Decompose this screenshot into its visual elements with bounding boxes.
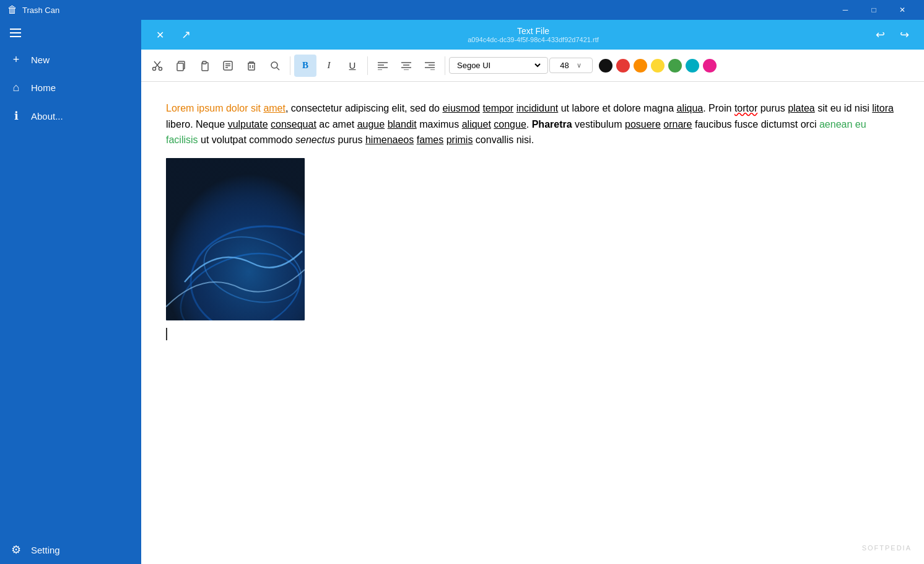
sidebar-item-new[interactable]: + New <box>0 46 141 74</box>
embedded-image <box>166 158 305 320</box>
doc-header-center: Text File a094c4dc-dc39-4f5f-98c4-433df9… <box>468 26 599 43</box>
sidebar-item-home[interactable]: ⌂ Home <box>0 74 141 102</box>
color-red[interactable] <box>616 59 630 73</box>
copy-button[interactable] <box>170 55 192 77</box>
image-svg <box>166 158 305 320</box>
hamburger-icon <box>10 29 21 37</box>
font-family-select[interactable]: Segoe UI Arial Times New Roman Calibri <box>455 60 543 71</box>
formatting-toolbar: B I U <box>141 50 924 82</box>
align-left-icon <box>377 61 388 70</box>
toolbar-separator-2 <box>367 56 368 75</box>
svg-rect-12 <box>248 63 255 70</box>
window-controls: ─ □ ✕ <box>831 0 917 20</box>
sidebar-item-new-label: New <box>31 55 50 65</box>
align-left-button[interactable] <box>372 55 394 77</box>
text-lorem-orange: Lorem ipsum dolor sit amet <box>166 103 285 113</box>
color-black[interactable] <box>599 59 612 73</box>
settings-icon: ⚙ <box>10 543 22 557</box>
svg-point-2 <box>153 67 156 70</box>
sidebar-spacer <box>0 130 141 535</box>
align-center-button[interactable] <box>395 55 417 77</box>
copy-icon <box>175 60 186 71</box>
align-right-icon <box>424 61 435 70</box>
toolbar-separator-3 <box>445 56 445 75</box>
document-header: ✕ ↗ Text File a094c4dc-dc39-4f5f-98c4-43… <box>141 20 924 50</box>
app-icon: 🗑 <box>7 4 17 15</box>
document-filename: a094c4dc-dc39-4f5f-98c4-433df92d7421.rtf <box>468 36 599 43</box>
content-area: ✕ ↗ Text File a094c4dc-dc39-4f5f-98c4-43… <box>141 20 924 564</box>
color-pink[interactable] <box>703 59 717 73</box>
paste-icon <box>199 60 210 71</box>
bold-icon: B <box>302 60 308 71</box>
color-palette <box>599 59 717 73</box>
svg-point-15 <box>271 62 277 68</box>
editor-area[interactable]: Lorem ipsum dolor sit amet, consectetur … <box>141 82 924 564</box>
doc-close-button[interactable]: ✕ <box>151 27 169 43</box>
redo-button[interactable]: ↪ <box>895 25 914 44</box>
svg-rect-7 <box>203 61 206 64</box>
app-title: Trash Can <box>22 6 59 15</box>
italic-icon: I <box>328 60 331 71</box>
editor-paragraph-1: Lorem ipsum dolor sit amet, consectetur … <box>166 100 899 148</box>
editor-content: Lorem ipsum dolor sit amet, consectetur … <box>166 100 899 341</box>
delete-button[interactable] <box>240 55 263 77</box>
undo-button[interactable]: ↩ <box>871 25 890 44</box>
svg-line-16 <box>277 68 279 70</box>
font-size-box[interactable]: ∨ <box>549 58 593 73</box>
doc-header-right: ↩ ↪ <box>871 25 914 44</box>
color-yellow[interactable] <box>651 59 665 73</box>
sidebar-item-about-label: About... <box>31 111 63 121</box>
color-orange[interactable] <box>634 59 647 73</box>
underline-button[interactable]: U <box>341 55 364 77</box>
doc-header-left: ✕ ↗ <box>151 25 196 44</box>
doc-expand-button[interactable]: ↗ <box>177 25 196 44</box>
softpedia-watermark: SOFTPEDIA <box>862 543 912 554</box>
hamburger-menu[interactable] <box>0 20 141 46</box>
special-paste-icon <box>222 60 233 71</box>
italic-button[interactable]: I <box>318 55 340 77</box>
cut-button[interactable] <box>146 55 168 77</box>
maximize-button[interactable]: □ <box>860 0 888 20</box>
close-button[interactable]: ✕ <box>888 0 917 20</box>
sidebar-item-setting[interactable]: ⚙ Setting <box>0 535 141 564</box>
search-icon <box>269 60 281 71</box>
svg-rect-5 <box>177 63 183 71</box>
sidebar-item-about[interactable]: ℹ About... <box>0 102 141 130</box>
special-paste-button[interactable] <box>217 55 239 77</box>
font-size-chevron: ∨ <box>577 61 582 69</box>
image-inner <box>166 158 305 320</box>
sidebar: + New ⌂ Home ℹ About... ⚙ Setting <box>0 20 141 564</box>
find-button[interactable] <box>264 55 286 77</box>
info-icon: ℹ <box>10 109 22 123</box>
document-title: Text File <box>468 26 599 36</box>
home-icon: ⌂ <box>10 81 22 94</box>
color-green[interactable] <box>668 59 682 73</box>
delete-icon <box>246 60 257 71</box>
svg-point-3 <box>159 67 162 70</box>
title-bar-left: 🗑 Trash Can <box>7 4 59 15</box>
app-body: + New ⌂ Home ℹ About... ⚙ Setting ✕ ↗ Te… <box>0 20 924 564</box>
align-center-icon <box>401 61 412 70</box>
cursor-container <box>166 325 899 341</box>
bold-button[interactable]: B <box>294 55 316 77</box>
text-cursor <box>166 328 167 340</box>
minimize-button[interactable]: ─ <box>831 0 860 20</box>
svg-rect-33 <box>166 158 305 320</box>
sidebar-item-home-label: Home <box>31 82 56 93</box>
font-selector[interactable]: Segoe UI Arial Times New Roman Calibri <box>449 57 548 74</box>
font-size-input[interactable] <box>554 61 575 70</box>
underline-icon: U <box>349 60 356 71</box>
title-bar: 🗑 Trash Can ─ □ ✕ <box>0 0 924 20</box>
sidebar-item-setting-label: Setting <box>31 545 60 555</box>
paste-button[interactable] <box>193 55 216 77</box>
color-cyan[interactable] <box>686 59 699 73</box>
align-right-button[interactable] <box>419 55 441 77</box>
toolbar-separator-1 <box>290 56 290 75</box>
new-icon: + <box>10 53 22 66</box>
cut-icon <box>152 60 163 71</box>
